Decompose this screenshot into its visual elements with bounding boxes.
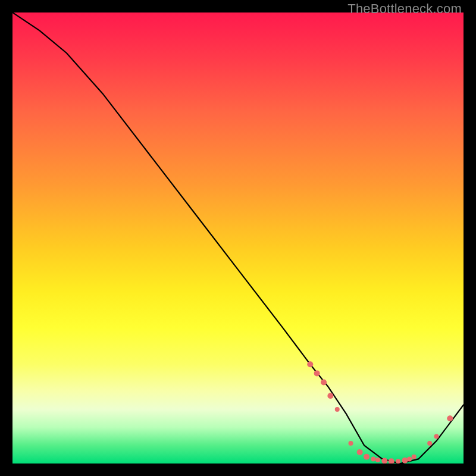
chart-svg	[12, 12, 464, 464]
data-point	[349, 441, 353, 446]
data-point	[357, 449, 363, 455]
data-point	[364, 454, 369, 460]
data-point	[371, 456, 375, 461]
watermark-text: TheBottleneck.com	[347, 1, 462, 17]
data-point	[327, 393, 333, 399]
data-point	[335, 407, 340, 412]
data-point	[412, 455, 416, 459]
data-point	[402, 458, 408, 464]
data-point	[381, 458, 387, 464]
data-point	[407, 456, 412, 461]
bottleneck-curve	[12, 12, 464, 464]
data-point	[389, 458, 394, 464]
data-point	[434, 434, 439, 439]
chart-frame: TheBottleneck.com	[0, 0, 476, 476]
data-point	[396, 459, 400, 464]
data-point	[314, 370, 320, 376]
data-point	[447, 415, 453, 421]
data-point	[375, 458, 380, 462]
data-point	[307, 361, 313, 367]
data-markers	[307, 361, 453, 464]
data-point	[321, 380, 327, 386]
data-point	[427, 441, 432, 446]
